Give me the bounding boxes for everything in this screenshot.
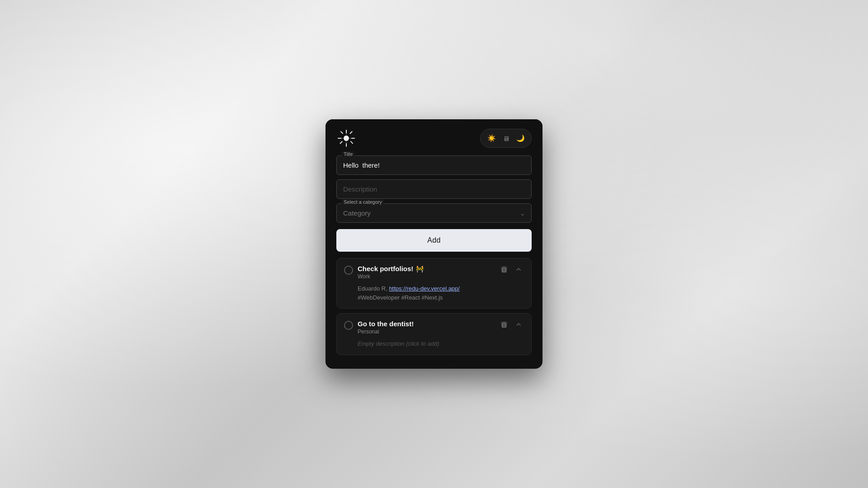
svg-point-12 [344, 136, 349, 141]
description-field-wrapper [336, 179, 532, 199]
task-category-1: Work [358, 273, 424, 280]
description-input[interactable] [336, 179, 532, 199]
task-actions-1 [499, 265, 524, 274]
title-input[interactable] [336, 155, 532, 175]
empty-desc-text-2[interactable]: Empty description (click to add) [358, 340, 439, 347]
app-logo [336, 128, 356, 148]
task-link-1[interactable]: https://redu-dev.vercel.app/ [389, 285, 460, 292]
svg-rect-9 [346, 141, 347, 144]
light-mode-button[interactable]: ☀️ [485, 132, 498, 145]
svg-rect-7 [349, 131, 353, 134]
task-category-2: Personal [358, 328, 414, 335]
delete-task-button-1[interactable] [499, 265, 509, 274]
task-checkbox-1[interactable] [344, 266, 353, 275]
trash-icon-2 [500, 321, 508, 328]
svg-rect-5 [350, 141, 354, 144]
category-label: Select a category [342, 199, 384, 205]
task-card-2: Go to the dentist! Personal [336, 313, 532, 355]
task-header-2: Go to the dentist! Personal [344, 320, 524, 335]
task-actions-2 [499, 320, 524, 329]
task-card-1: Check portfolios! 🚧 Work [336, 258, 532, 309]
task-left-2: Go to the dentist! Personal [344, 320, 499, 335]
task-description-2[interactable]: Empty description (click to add) [344, 339, 524, 348]
task-emoji-1: 🚧 [416, 265, 424, 272]
task-title-1: Check portfolios! 🚧 [358, 265, 424, 272]
chevron-up-icon-2 [515, 321, 522, 328]
app-header: ☀️ 🖥 🌙 [326, 119, 542, 155]
main-content: Title Select a category Category Work Pe… [326, 155, 542, 355]
delete-task-button-2[interactable] [499, 320, 509, 329]
task-checkbox-2[interactable] [344, 321, 353, 330]
task-title-2: Go to the dentist! [358, 320, 414, 328]
logo-svg [336, 128, 356, 148]
svg-rect-10 [340, 138, 343, 139]
task-title-text-2: Go to the dentist! [358, 320, 414, 328]
collapse-task-button-1[interactable] [513, 265, 524, 274]
task-left-1: Check portfolios! 🚧 Work [344, 265, 499, 280]
theme-switcher: ☀️ 🖥 🌙 [480, 129, 532, 148]
svg-rect-4 [340, 131, 344, 134]
app-container: ☀️ 🖥 🌙 Title Select a category Category [326, 119, 542, 369]
svg-rect-11 [349, 138, 352, 139]
svg-rect-6 [340, 141, 343, 144]
add-button[interactable]: Add [336, 229, 532, 252]
dark-mode-button[interactable]: 🌙 [514, 132, 527, 145]
task-form: Title Select a category Category Work Pe… [336, 155, 532, 223]
chevron-up-icon-1 [515, 266, 522, 273]
task-desc-text-1: Eduardo R, [358, 285, 389, 292]
title-label: Title [342, 151, 354, 157]
category-select[interactable]: Category Work Personal Shopping Health [336, 203, 532, 223]
trash-icon-1 [500, 266, 508, 273]
task-title-text-1: Check portfolios! [358, 265, 413, 272]
task-title-area-2: Go to the dentist! Personal [358, 320, 414, 335]
desktop-mode-button[interactable]: 🖥 [500, 132, 512, 145]
task-description-1: Eduardo R, https://redu-dev.vercel.app/ … [344, 284, 524, 302]
task-tags-1: #WebDeveloper #React #Next.js [358, 294, 443, 301]
task-title-area-1: Check portfolios! 🚧 Work [358, 265, 424, 280]
svg-rect-8 [346, 132, 347, 135]
title-field-wrapper: Title [336, 155, 532, 175]
task-header-1: Check portfolios! 🚧 Work [344, 265, 524, 280]
category-field-wrapper: Select a category Category Work Personal… [336, 203, 532, 223]
collapse-task-button-2[interactable] [513, 320, 524, 329]
